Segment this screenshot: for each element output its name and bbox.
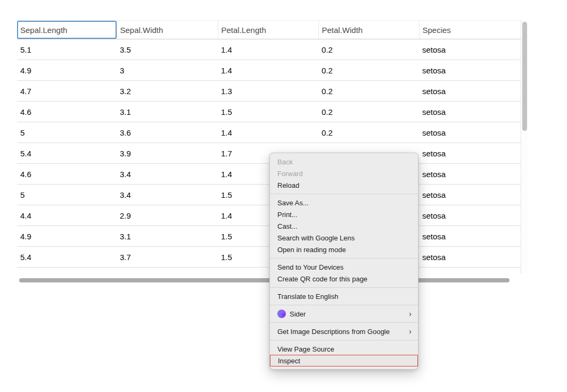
menu-item-label: Search with Google Lens [277,234,355,242]
table-cell: 3.5 [117,39,218,60]
table-cell: 0.2 [318,81,419,102]
table-cell: 0.2 [318,102,419,122]
horizontal-scrollbar-thumb[interactable] [19,278,510,282]
column-header-petal-width[interactable]: Petal.Width [318,21,419,39]
menu-item-inspect[interactable]: Inspect [270,355,418,366]
menu-item-open-in-reading-mode[interactable]: Open in reading mode [270,244,418,255]
table-cell: setosa [419,81,521,102]
column-header-species[interactable]: Species [419,21,521,39]
menu-item-save-as[interactable]: Save As... [270,197,418,208]
menu-item-label: Cast... [277,222,298,230]
menu-item-label: Inspect [278,357,300,365]
table-cell: 4.6 [17,102,117,122]
menu-item-get-image-descriptions-from-google[interactable]: Get Image Descriptions from Google› [270,326,418,337]
table-cell: setosa [419,143,521,164]
table-cell: setosa [419,247,521,268]
table-row: 53.41.5setosa [17,185,521,205]
table-row: 53.61.40.2setosa [17,122,521,143]
iris-table: Sepal.LengthSepal.WidthPetal.LengthPetal… [17,20,521,268]
vertical-scrollbar-thumb[interactable] [522,22,527,131]
menu-item-label: Save As... [277,199,309,207]
table-cell: 1.4 [218,122,318,143]
table-cell: 3.2 [117,81,218,102]
table-cell: 3.6 [117,122,218,143]
table-cell: 0.2 [318,39,419,60]
table-header-row: Sepal.LengthSepal.WidthPetal.LengthPetal… [17,21,521,39]
column-header-petal-length[interactable]: Petal.Length [218,21,318,39]
table-cell: 0.2 [318,60,419,81]
menu-item-label: Send to Your Devices [277,263,343,271]
table-cell: 4.9 [17,226,117,247]
table-cell: 3.7 [117,247,218,268]
menu-item-reload[interactable]: Reload [270,179,418,191]
table-cell: 4.9 [17,60,117,81]
menu-item-label: Sider [290,310,306,318]
menu-item-print[interactable]: Print... [270,208,418,220]
table-cell: 3 [117,60,218,81]
menu-item-label: Reload [277,181,299,189]
menu-item-label: Translate to English [277,293,338,301]
menu-item-label: Get Image Descriptions from Google [277,328,390,336]
table-cell: setosa [419,226,521,247]
menu-separator [270,287,418,288]
menu-item-label: Back [277,158,293,166]
menu-separator [270,322,418,323]
table-cell: 4.4 [17,205,117,226]
table-cell: 5 [17,185,117,205]
table-cell: setosa [419,60,521,81]
menu-item-translate-to-english[interactable]: Translate to English [270,290,418,302]
menu-separator [270,340,418,340]
table-cell: 0.2 [318,122,419,143]
table-row: 5.13.51.40.2setosa [17,39,521,60]
menu-item-search-with-google-lens[interactable]: Search with Google Lens [270,232,418,244]
table-cell: setosa [419,102,521,122]
table-row: 5.43.71.5setosa [17,247,521,268]
table-cell: 2.9 [117,205,218,226]
table-cell: setosa [419,122,521,143]
table-row: 4.63.11.50.2setosa [17,102,521,122]
menu-item-forward[interactable]: Forward [270,168,418,179]
sider-icon [277,310,286,318]
menu-item-label: Create QR code for this page [277,275,367,283]
table-cell: 5.1 [17,39,117,60]
table-cell: 3.4 [117,185,218,205]
menu-separator [270,194,418,194]
menu-item-back[interactable]: Back [270,156,418,168]
table-cell: 1.5 [218,102,318,122]
table-row: 5.43.91.7setosa [17,143,521,164]
context-menu: BackForwardReloadSave As...Print...Cast.… [269,153,418,370]
table-cell: 1.4 [218,39,318,60]
menu-item-label: Open in reading mode [277,246,346,254]
table-cell: 1.3 [218,81,318,102]
menu-item-label: Forward [277,170,303,178]
table-row: 4.63.41.4setosa [17,164,521,185]
table-cell: 5.4 [17,143,117,164]
menu-item-view-page-source[interactable]: View Page Source [270,343,418,355]
table-cell: 5 [17,122,117,143]
chevron-right-icon: › [409,310,412,319]
table-row: 4.42.91.4setosa [17,205,521,226]
menu-item-sider[interactable]: Sider› [270,308,418,320]
table-cell: 1.4 [218,60,318,81]
table-cell: setosa [419,205,521,226]
table-cell: 4.7 [17,81,117,102]
table-cell: 3.9 [117,143,218,164]
column-header-sepal-width[interactable]: Sepal.Width [117,21,218,39]
table-row: 4.93.11.5setosa [17,226,521,247]
column-header-sepal-length[interactable]: Sepal.Length [17,21,117,39]
table-cell: setosa [419,164,521,185]
table-cell: 4.6 [17,164,117,185]
menu-item-label: View Page Source [277,345,334,353]
menu-separator [270,258,418,258]
menu-item-create-qr-code-for-this-page[interactable]: Create QR code for this page [270,273,418,285]
table-cell: 3.4 [117,164,218,185]
table-cell: setosa [419,39,521,60]
menu-item-cast[interactable]: Cast... [270,220,418,232]
table-cell: 3.1 [117,226,218,247]
menu-item-send-to-your-devices[interactable]: Send to Your Devices [270,261,418,273]
table-cell: setosa [419,185,521,205]
menu-separator [270,305,418,305]
menu-item-label: Print... [277,211,298,219]
vertical-scrollbar[interactable] [521,20,528,274]
table-cell: 5.4 [17,247,117,268]
